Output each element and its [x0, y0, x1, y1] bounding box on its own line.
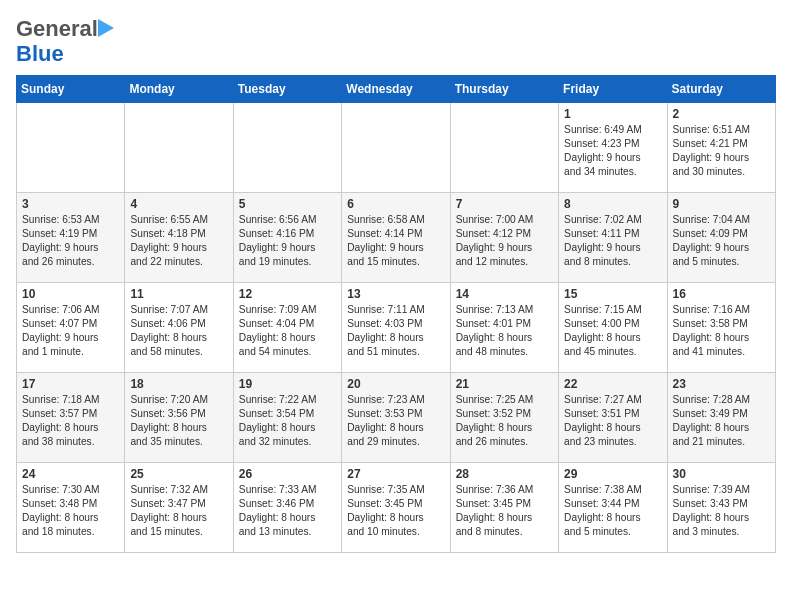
day-number: 3 [22, 197, 119, 211]
day-info: Sunrise: 7:27 AM Sunset: 3:51 PM Dayligh… [564, 393, 661, 450]
day-info: Sunrise: 6:51 AM Sunset: 4:21 PM Dayligh… [673, 123, 770, 180]
day-number: 24 [22, 467, 119, 481]
calendar-week-row-1: 1Sunrise: 6:49 AM Sunset: 4:23 PM Daylig… [17, 102, 776, 192]
logo: General Blue [16, 16, 98, 67]
day-number: 30 [673, 467, 770, 481]
calendar-cell: 22Sunrise: 7:27 AM Sunset: 3:51 PM Dayli… [559, 372, 667, 462]
day-number: 26 [239, 467, 336, 481]
calendar-cell: 19Sunrise: 7:22 AM Sunset: 3:54 PM Dayli… [233, 372, 341, 462]
day-info: Sunrise: 6:49 AM Sunset: 4:23 PM Dayligh… [564, 123, 661, 180]
calendar-cell: 28Sunrise: 7:36 AM Sunset: 3:45 PM Dayli… [450, 462, 558, 552]
weekday-header-friday: Friday [559, 75, 667, 102]
calendar-cell: 10Sunrise: 7:06 AM Sunset: 4:07 PM Dayli… [17, 282, 125, 372]
logo-arrow-icon [98, 19, 114, 37]
calendar-cell: 4Sunrise: 6:55 AM Sunset: 4:18 PM Daylig… [125, 192, 233, 282]
calendar-cell: 29Sunrise: 7:38 AM Sunset: 3:44 PM Dayli… [559, 462, 667, 552]
weekday-header-row: SundayMondayTuesdayWednesdayThursdayFrid… [17, 75, 776, 102]
calendar-cell: 8Sunrise: 7:02 AM Sunset: 4:11 PM Daylig… [559, 192, 667, 282]
calendar-cell: 6Sunrise: 6:58 AM Sunset: 4:14 PM Daylig… [342, 192, 450, 282]
day-info: Sunrise: 7:13 AM Sunset: 4:01 PM Dayligh… [456, 303, 553, 360]
day-number: 16 [673, 287, 770, 301]
calendar-cell: 9Sunrise: 7:04 AM Sunset: 4:09 PM Daylig… [667, 192, 775, 282]
calendar-cell: 25Sunrise: 7:32 AM Sunset: 3:47 PM Dayli… [125, 462, 233, 552]
day-number: 17 [22, 377, 119, 391]
day-info: Sunrise: 7:00 AM Sunset: 4:12 PM Dayligh… [456, 213, 553, 270]
calendar-cell: 17Sunrise: 7:18 AM Sunset: 3:57 PM Dayli… [17, 372, 125, 462]
calendar-cell: 3Sunrise: 6:53 AM Sunset: 4:19 PM Daylig… [17, 192, 125, 282]
day-number: 21 [456, 377, 553, 391]
day-number: 14 [456, 287, 553, 301]
day-number: 2 [673, 107, 770, 121]
calendar-cell [17, 102, 125, 192]
calendar-week-row-5: 24Sunrise: 7:30 AM Sunset: 3:48 PM Dayli… [17, 462, 776, 552]
day-info: Sunrise: 7:36 AM Sunset: 3:45 PM Dayligh… [456, 483, 553, 540]
day-number: 10 [22, 287, 119, 301]
day-number: 28 [456, 467, 553, 481]
day-number: 15 [564, 287, 661, 301]
day-number: 13 [347, 287, 444, 301]
day-number: 12 [239, 287, 336, 301]
calendar-cell: 12Sunrise: 7:09 AM Sunset: 4:04 PM Dayli… [233, 282, 341, 372]
day-info: Sunrise: 7:30 AM Sunset: 3:48 PM Dayligh… [22, 483, 119, 540]
day-info: Sunrise: 7:11 AM Sunset: 4:03 PM Dayligh… [347, 303, 444, 360]
day-number: 23 [673, 377, 770, 391]
day-info: Sunrise: 7:15 AM Sunset: 4:00 PM Dayligh… [564, 303, 661, 360]
weekday-header-thursday: Thursday [450, 75, 558, 102]
day-number: 1 [564, 107, 661, 121]
day-info: Sunrise: 7:07 AM Sunset: 4:06 PM Dayligh… [130, 303, 227, 360]
day-info: Sunrise: 6:58 AM Sunset: 4:14 PM Dayligh… [347, 213, 444, 270]
day-number: 6 [347, 197, 444, 211]
day-number: 18 [130, 377, 227, 391]
day-info: Sunrise: 7:20 AM Sunset: 3:56 PM Dayligh… [130, 393, 227, 450]
day-info: Sunrise: 7:04 AM Sunset: 4:09 PM Dayligh… [673, 213, 770, 270]
calendar-cell [125, 102, 233, 192]
calendar-week-row-4: 17Sunrise: 7:18 AM Sunset: 3:57 PM Dayli… [17, 372, 776, 462]
calendar-cell: 21Sunrise: 7:25 AM Sunset: 3:52 PM Dayli… [450, 372, 558, 462]
day-number: 5 [239, 197, 336, 211]
day-info: Sunrise: 6:55 AM Sunset: 4:18 PM Dayligh… [130, 213, 227, 270]
calendar-cell: 26Sunrise: 7:33 AM Sunset: 3:46 PM Dayli… [233, 462, 341, 552]
day-info: Sunrise: 7:22 AM Sunset: 3:54 PM Dayligh… [239, 393, 336, 450]
calendar-cell: 15Sunrise: 7:15 AM Sunset: 4:00 PM Dayli… [559, 282, 667, 372]
day-info: Sunrise: 7:39 AM Sunset: 3:43 PM Dayligh… [673, 483, 770, 540]
weekday-header-tuesday: Tuesday [233, 75, 341, 102]
calendar-cell [233, 102, 341, 192]
calendar-cell: 1Sunrise: 6:49 AM Sunset: 4:23 PM Daylig… [559, 102, 667, 192]
calendar-cell: 30Sunrise: 7:39 AM Sunset: 3:43 PM Dayli… [667, 462, 775, 552]
calendar-cell: 7Sunrise: 7:00 AM Sunset: 4:12 PM Daylig… [450, 192, 558, 282]
weekday-header-saturday: Saturday [667, 75, 775, 102]
day-info: Sunrise: 7:06 AM Sunset: 4:07 PM Dayligh… [22, 303, 119, 360]
calendar-cell: 23Sunrise: 7:28 AM Sunset: 3:49 PM Dayli… [667, 372, 775, 462]
calendar-cell: 27Sunrise: 7:35 AM Sunset: 3:45 PM Dayli… [342, 462, 450, 552]
calendar-cell: 5Sunrise: 6:56 AM Sunset: 4:16 PM Daylig… [233, 192, 341, 282]
logo-general-text: General [16, 16, 98, 41]
day-info: Sunrise: 7:38 AM Sunset: 3:44 PM Dayligh… [564, 483, 661, 540]
day-info: Sunrise: 7:18 AM Sunset: 3:57 PM Dayligh… [22, 393, 119, 450]
weekday-header-monday: Monday [125, 75, 233, 102]
day-info: Sunrise: 7:16 AM Sunset: 3:58 PM Dayligh… [673, 303, 770, 360]
calendar-cell: 20Sunrise: 7:23 AM Sunset: 3:53 PM Dayli… [342, 372, 450, 462]
day-number: 8 [564, 197, 661, 211]
day-number: 9 [673, 197, 770, 211]
day-info: Sunrise: 7:33 AM Sunset: 3:46 PM Dayligh… [239, 483, 336, 540]
calendar-cell: 18Sunrise: 7:20 AM Sunset: 3:56 PM Dayli… [125, 372, 233, 462]
day-number: 22 [564, 377, 661, 391]
calendar-week-row-2: 3Sunrise: 6:53 AM Sunset: 4:19 PM Daylig… [17, 192, 776, 282]
calendar-cell: 11Sunrise: 7:07 AM Sunset: 4:06 PM Dayli… [125, 282, 233, 372]
weekday-header-sunday: Sunday [17, 75, 125, 102]
day-info: Sunrise: 7:23 AM Sunset: 3:53 PM Dayligh… [347, 393, 444, 450]
calendar-table: SundayMondayTuesdayWednesdayThursdayFrid… [16, 75, 776, 553]
calendar-cell: 24Sunrise: 7:30 AM Sunset: 3:48 PM Dayli… [17, 462, 125, 552]
day-info: Sunrise: 7:09 AM Sunset: 4:04 PM Dayligh… [239, 303, 336, 360]
day-info: Sunrise: 7:25 AM Sunset: 3:52 PM Dayligh… [456, 393, 553, 450]
calendar-week-row-3: 10Sunrise: 7:06 AM Sunset: 4:07 PM Dayli… [17, 282, 776, 372]
day-number: 7 [456, 197, 553, 211]
day-info: Sunrise: 7:02 AM Sunset: 4:11 PM Dayligh… [564, 213, 661, 270]
weekday-header-wednesday: Wednesday [342, 75, 450, 102]
calendar-cell [450, 102, 558, 192]
day-number: 11 [130, 287, 227, 301]
calendar-cell: 16Sunrise: 7:16 AM Sunset: 3:58 PM Dayli… [667, 282, 775, 372]
calendar-cell: 2Sunrise: 6:51 AM Sunset: 4:21 PM Daylig… [667, 102, 775, 192]
day-number: 4 [130, 197, 227, 211]
day-number: 27 [347, 467, 444, 481]
